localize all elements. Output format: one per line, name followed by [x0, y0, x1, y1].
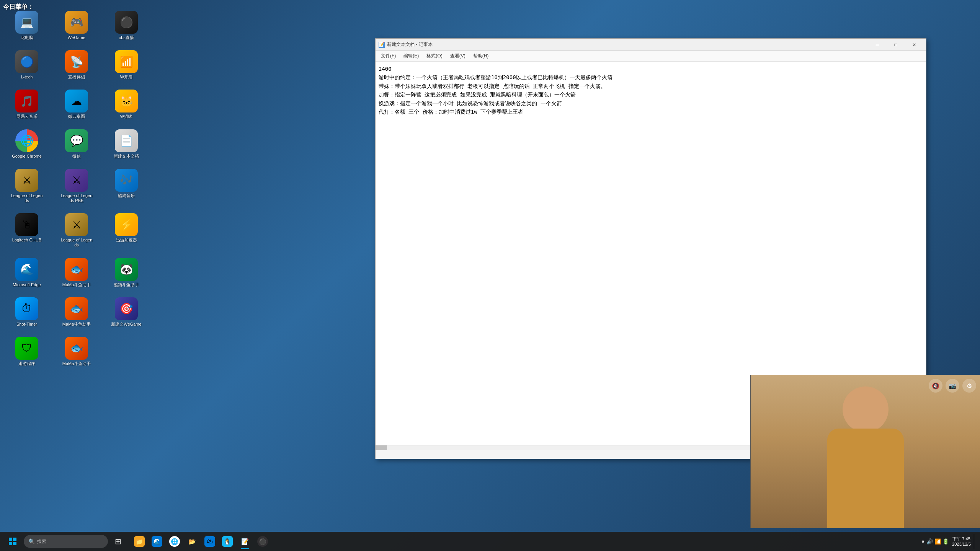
desktop: 今日菜单： 💻 此电脑 🎮 WeGame ⚫ obs直播 🔵 L-tech 📡 …	[0, 0, 980, 551]
icon-kugou[interactable]: 🎶 酷狗音乐	[107, 166, 145, 206]
notepad-menubar: 文件(F) 编辑(E) 格式(O) 查看(V) 帮助(H)	[376, 51, 926, 62]
icon-obs[interactable]: ⚫ obs直播	[107, 8, 145, 43]
systray-up-arrow[interactable]: ∧	[921, 538, 925, 544]
maximize-button[interactable]: □	[887, 41, 905, 49]
webcam-icons: 🔇 📷 ⚙	[929, 379, 976, 393]
icon-lol2[interactable]: ⚔ League of Legends	[57, 210, 96, 251]
icon-netease[interactable]: 🎵 网易云音乐	[8, 86, 46, 122]
taskbar-clock[interactable]: 下午 7:45 2023/12/5	[952, 536, 971, 547]
taskbar-apps: 📁 🌊 🌐 📂 🛍 🐧 📝 ⚫	[131, 533, 920, 550]
taskbar-search[interactable]: 🔍 搜索	[24, 535, 108, 548]
taskbar: 🔍 搜索 ⊞ 📁 🌊 🌐 📂 🛍 🐧	[0, 532, 980, 551]
icon-chrome[interactable]: 🌐 Google Chrome	[8, 126, 46, 162]
icon-lolpbe[interactable]: ⚔ League of Legends PBE	[57, 166, 96, 206]
taskbar-qq[interactable]: 🐧	[219, 533, 236, 550]
windows-logo	[9, 538, 16, 545]
titlebar-buttons: ─ □ ✕	[869, 41, 923, 49]
systray: ∧ 🔊 📶 🔋	[921, 538, 949, 544]
icon-pc[interactable]: 💻 此电脑	[8, 8, 46, 43]
taskbar-chrome[interactable]: 🌐	[166, 533, 183, 550]
taskbar-right: ∧ 🔊 📶 🔋 下午 7:45 2023/12/5	[921, 534, 977, 549]
icon-wifi[interactable]: 📶 W开启	[107, 47, 145, 83]
notepad-title: 新建文本文档 - 记事本	[387, 41, 433, 48]
menu-help[interactable]: 帮助(H)	[469, 52, 493, 60]
icon-pandahelp[interactable]: 🐼 熊猫斗鱼助手	[107, 255, 145, 290]
desktop-icons: 💻 此电脑 🎮 WeGame ⚫ obs直播 🔵 L-tech 📡 直播伴侣 📶…	[4, 4, 157, 373]
icon-mama3[interactable]: 🐟 MaMa斗鱼助手	[57, 334, 96, 369]
icon-wegame[interactable]: 🎮 WeGame	[57, 8, 96, 43]
menu-format[interactable]: 格式(O)	[423, 52, 446, 60]
minimize-button[interactable]: ─	[869, 41, 886, 49]
menu-edit[interactable]: 编辑(E)	[400, 52, 423, 60]
webcam-overlay: 🔇 📷 ⚙	[750, 375, 980, 528]
taskbar-obs[interactable]: ⚫	[254, 533, 271, 550]
taskbar-folder[interactable]: 📂	[184, 533, 201, 550]
taskbar-edge[interactable]: 🌊	[149, 533, 165, 550]
systray-icon-1: 🔊	[926, 538, 933, 544]
notepad-titlebar: 📝 新建文本文档 - 记事本 ─ □ ✕	[376, 39, 926, 51]
icon-360[interactable]: 🛡 迅游程序	[8, 334, 46, 369]
icon-ltech[interactable]: 🔵 L-tech	[8, 47, 46, 83]
systray-icon-3: 🔋	[942, 538, 949, 544]
icon-weiyun[interactable]: ☁ 微云桌面	[57, 86, 96, 122]
icon-lol[interactable]: ⚔ League of Legends	[8, 166, 46, 206]
taskview-button[interactable]: ⊞	[109, 533, 126, 550]
notepad-app-icon: 📝	[379, 42, 385, 48]
clock-date: 2023/12/5	[952, 541, 971, 547]
close-button[interactable]: ✕	[905, 41, 923, 49]
icon-msedge[interactable]: 🌊 Microsoft Edge	[8, 255, 46, 290]
icon-speedup[interactable]: ⚡ 迅游加速器	[107, 210, 145, 251]
taskbar-store[interactable]: 🛍	[201, 533, 218, 550]
icon-logitec[interactable]: 🖱 Logitech GHUB	[8, 210, 46, 251]
menu-view[interactable]: 查看(V)	[446, 52, 469, 60]
systray-icon-2: 📶	[934, 538, 941, 544]
search-icon: 🔍	[28, 538, 35, 544]
taskbar-notepad[interactable]: 📝	[237, 533, 253, 550]
icon-mama2[interactable]: 🐟 MaMa斗鱼助手	[57, 294, 96, 330]
webcam-person: 🔇 📷 ⚙	[751, 375, 980, 528]
webcam-icon-1: 🔇	[929, 379, 942, 393]
webcam-icon-2: 📷	[946, 379, 959, 393]
icon-tutubi[interactable]: 🐱 W猫咪	[107, 86, 145, 122]
start-button[interactable]	[3, 534, 22, 549]
clock-time: 下午 7:45	[952, 536, 971, 541]
show-desktop-button[interactable]	[974, 534, 977, 549]
icon-shot-timer[interactable]: ⏱ Shot-Timer	[8, 294, 46, 330]
icon-mama[interactable]: 🐟 MaMa斗鱼助手	[57, 255, 96, 290]
webcam-icon-3: ⚙	[962, 379, 976, 393]
icon-live[interactable]: 📡 直播伴侣	[57, 47, 96, 83]
icon-wechat[interactable]: 💬 微信	[57, 126, 96, 162]
icon-doc[interactable]: 📄 新建文本文档	[107, 126, 145, 162]
menu-file[interactable]: 文件(F)	[377, 52, 400, 60]
icon-gamedl[interactable]: 🎯 新建文WeGame	[107, 294, 145, 330]
search-label: 搜索	[37, 538, 46, 545]
taskbar-file-explorer[interactable]: 📁	[131, 533, 148, 550]
